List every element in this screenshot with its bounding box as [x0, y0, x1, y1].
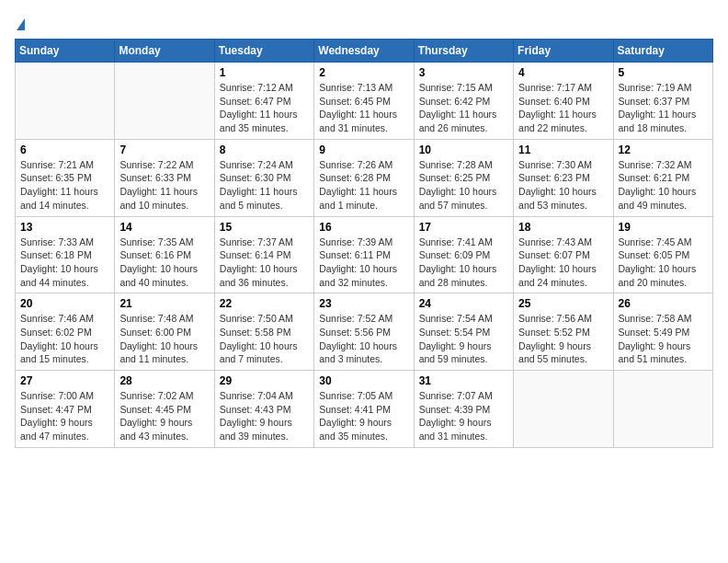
day-number: 11: [518, 144, 608, 156]
calendar-week-row: 6Sunrise: 7:21 AM Sunset: 6:35 PM Daylig…: [16, 139, 713, 216]
calendar-cell: 3Sunrise: 7:15 AM Sunset: 6:42 PM Daylig…: [414, 63, 513, 140]
cell-info: Sunrise: 7:39 AM Sunset: 6:11 PM Dayligh…: [319, 236, 408, 290]
calendar-cell: 9Sunrise: 7:26 AM Sunset: 6:28 PM Daylig…: [314, 139, 414, 216]
day-number: 25: [518, 297, 608, 310]
day-number: 26: [619, 297, 708, 310]
logo-text: [15, 15, 25, 31]
calendar-cell: 1Sunrise: 7:12 AM Sunset: 6:47 PM Daylig…: [214, 63, 313, 140]
cell-info: Sunrise: 7:50 AM Sunset: 5:58 PM Dayligh…: [220, 312, 309, 366]
calendar-cell: 16Sunrise: 7:39 AM Sunset: 6:11 PM Dayli…: [314, 216, 414, 293]
day-number: 5: [619, 66, 708, 79]
day-number: 8: [220, 144, 309, 156]
cell-info: Sunrise: 7:02 AM Sunset: 4:45 PM Dayligh…: [119, 389, 209, 443]
calendar-cell: 8Sunrise: 7:24 AM Sunset: 6:30 PM Daylig…: [214, 139, 313, 216]
logo: [15, 15, 25, 31]
day-number: 24: [419, 297, 508, 310]
day-number: 21: [119, 297, 209, 310]
day-header: Saturday: [613, 40, 712, 63]
calendar-week-row: 13Sunrise: 7:33 AM Sunset: 6:18 PM Dayli…: [16, 216, 713, 293]
cell-info: Sunrise: 7:19 AM Sunset: 6:37 PM Dayligh…: [619, 81, 708, 135]
calendar-cell: 14Sunrise: 7:35 AM Sunset: 6:16 PM Dayli…: [115, 216, 214, 293]
day-number: 7: [119, 144, 209, 156]
cell-info: Sunrise: 7:33 AM Sunset: 6:18 PM Dayligh…: [20, 236, 109, 290]
day-number: 13: [20, 221, 109, 234]
calendar-cell: 23Sunrise: 7:52 AM Sunset: 5:56 PM Dayli…: [314, 293, 414, 371]
cell-info: Sunrise: 7:52 AM Sunset: 5:56 PM Dayligh…: [319, 312, 408, 366]
cell-info: Sunrise: 7:22 AM Sunset: 6:33 PM Dayligh…: [119, 158, 209, 213]
calendar-cell: 13Sunrise: 7:33 AM Sunset: 6:18 PM Dayli…: [16, 216, 115, 293]
day-number: 30: [319, 374, 408, 387]
calendar-cell: 22Sunrise: 7:50 AM Sunset: 5:58 PM Dayli…: [214, 293, 313, 371]
calendar-cell: 12Sunrise: 7:32 AM Sunset: 6:21 PM Dayli…: [613, 139, 712, 216]
day-number: 4: [518, 66, 608, 79]
calendar-week-row: 27Sunrise: 7:00 AM Sunset: 4:47 PM Dayli…: [16, 371, 713, 448]
calendar-cell: 4Sunrise: 7:17 AM Sunset: 6:40 PM Daylig…: [514, 63, 613, 140]
day-number: 15: [220, 221, 309, 234]
day-number: 27: [20, 374, 109, 387]
cell-info: Sunrise: 7:26 AM Sunset: 6:28 PM Dayligh…: [319, 158, 408, 213]
cell-info: Sunrise: 7:07 AM Sunset: 4:39 PM Dayligh…: [419, 389, 508, 443]
calendar: SundayMondayTuesdayWednesdayThursdayFrid…: [15, 39, 713, 448]
calendar-cell: 27Sunrise: 7:00 AM Sunset: 4:47 PM Dayli…: [16, 371, 115, 448]
cell-info: Sunrise: 7:04 AM Sunset: 4:43 PM Dayligh…: [220, 389, 309, 443]
calendar-cell: 20Sunrise: 7:46 AM Sunset: 6:02 PM Dayli…: [16, 293, 115, 371]
cell-info: Sunrise: 7:45 AM Sunset: 6:05 PM Dayligh…: [619, 236, 708, 290]
cell-info: Sunrise: 7:15 AM Sunset: 6:42 PM Dayligh…: [419, 81, 508, 135]
day-number: 19: [619, 221, 708, 234]
day-header: Thursday: [414, 40, 513, 63]
day-number: 16: [319, 221, 408, 234]
day-number: 1: [220, 66, 309, 79]
calendar-week-row: 20Sunrise: 7:46 AM Sunset: 6:02 PM Dayli…: [16, 293, 713, 371]
day-number: 18: [518, 221, 608, 234]
cell-info: Sunrise: 7:48 AM Sunset: 6:00 PM Dayligh…: [119, 312, 209, 366]
day-header: Monday: [115, 40, 214, 63]
calendar-cell: 24Sunrise: 7:54 AM Sunset: 5:54 PM Dayli…: [414, 293, 513, 371]
calendar-cell: 21Sunrise: 7:48 AM Sunset: 6:00 PM Dayli…: [115, 293, 214, 371]
calendar-cell: 30Sunrise: 7:05 AM Sunset: 4:41 PM Dayli…: [314, 371, 414, 448]
day-number: 28: [119, 374, 209, 387]
calendar-cell: 31Sunrise: 7:07 AM Sunset: 4:39 PM Dayli…: [414, 371, 513, 448]
calendar-cell: 17Sunrise: 7:41 AM Sunset: 6:09 PM Dayli…: [414, 216, 513, 293]
calendar-header-row: SundayMondayTuesdayWednesdayThursdayFrid…: [16, 40, 713, 63]
calendar-cell: 26Sunrise: 7:58 AM Sunset: 5:49 PM Dayli…: [613, 293, 712, 371]
calendar-cell: 7Sunrise: 7:22 AM Sunset: 6:33 PM Daylig…: [115, 139, 214, 216]
calendar-cell: 29Sunrise: 7:04 AM Sunset: 4:43 PM Dayli…: [214, 371, 313, 448]
cell-info: Sunrise: 7:35 AM Sunset: 6:16 PM Dayligh…: [119, 236, 209, 290]
cell-info: Sunrise: 7:00 AM Sunset: 4:47 PM Dayligh…: [20, 389, 109, 443]
calendar-cell: 15Sunrise: 7:37 AM Sunset: 6:14 PM Dayli…: [214, 216, 313, 293]
cell-info: Sunrise: 7:24 AM Sunset: 6:30 PM Dayligh…: [220, 158, 309, 213]
cell-info: Sunrise: 7:41 AM Sunset: 6:09 PM Dayligh…: [419, 236, 508, 290]
cell-info: Sunrise: 7:30 AM Sunset: 6:23 PM Dayligh…: [518, 158, 608, 213]
cell-info: Sunrise: 7:21 AM Sunset: 6:35 PM Dayligh…: [20, 158, 109, 213]
day-number: 6: [20, 144, 109, 156]
cell-info: Sunrise: 7:56 AM Sunset: 5:52 PM Dayligh…: [518, 312, 608, 366]
cell-info: Sunrise: 7:58 AM Sunset: 5:49 PM Dayligh…: [619, 312, 708, 366]
calendar-week-row: 1Sunrise: 7:12 AM Sunset: 6:47 PM Daylig…: [16, 63, 713, 140]
day-number: 3: [419, 66, 508, 79]
calendar-cell: [514, 371, 613, 448]
calendar-cell: 6Sunrise: 7:21 AM Sunset: 6:35 PM Daylig…: [16, 139, 115, 216]
day-header: Friday: [514, 40, 613, 63]
calendar-cell: [613, 371, 712, 448]
calendar-cell: [115, 63, 214, 140]
calendar-cell: 11Sunrise: 7:30 AM Sunset: 6:23 PM Dayli…: [514, 139, 613, 216]
calendar-cell: 25Sunrise: 7:56 AM Sunset: 5:52 PM Dayli…: [514, 293, 613, 371]
day-header: Tuesday: [214, 40, 313, 63]
calendar-cell: 2Sunrise: 7:13 AM Sunset: 6:45 PM Daylig…: [314, 63, 414, 140]
cell-info: Sunrise: 7:46 AM Sunset: 6:02 PM Dayligh…: [20, 312, 109, 366]
calendar-cell: [16, 63, 115, 140]
day-number: 23: [319, 297, 408, 310]
cell-info: Sunrise: 7:43 AM Sunset: 6:07 PM Dayligh…: [518, 236, 608, 290]
cell-info: Sunrise: 7:54 AM Sunset: 5:54 PM Dayligh…: [419, 312, 508, 366]
cell-info: Sunrise: 7:13 AM Sunset: 6:45 PM Dayligh…: [319, 81, 408, 135]
day-number: 29: [220, 374, 309, 387]
cell-info: Sunrise: 7:28 AM Sunset: 6:25 PM Dayligh…: [419, 158, 508, 213]
day-number: 20: [20, 297, 109, 310]
day-header: Wednesday: [314, 40, 414, 63]
day-number: 12: [619, 144, 708, 156]
calendar-cell: 19Sunrise: 7:45 AM Sunset: 6:05 PM Dayli…: [613, 216, 712, 293]
cell-info: Sunrise: 7:37 AM Sunset: 6:14 PM Dayligh…: [220, 236, 309, 290]
day-number: 31: [419, 374, 508, 387]
cell-info: Sunrise: 7:12 AM Sunset: 6:47 PM Dayligh…: [220, 81, 309, 135]
day-number: 17: [419, 221, 508, 234]
